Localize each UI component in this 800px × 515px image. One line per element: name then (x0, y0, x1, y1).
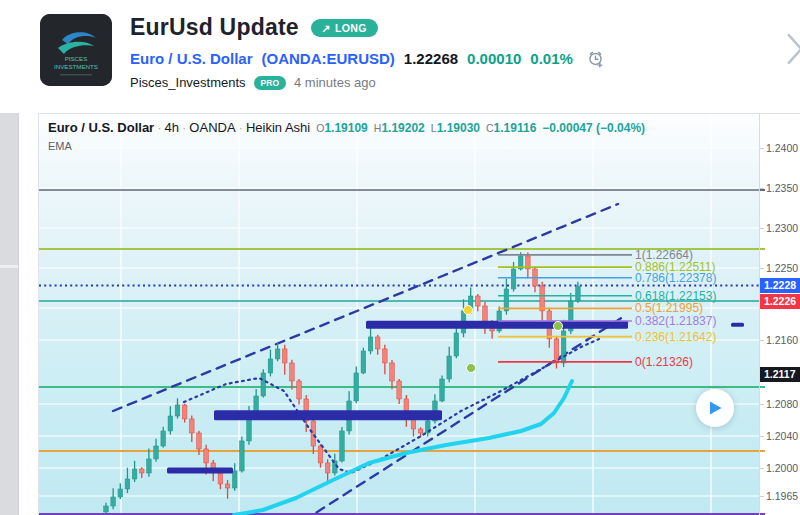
ohlc-value: 1.19030 (437, 121, 480, 135)
author-avatar[interactable]: PISCES INVESTMENTS (40, 14, 112, 86)
alert-clock-add-icon[interactable] (586, 49, 605, 68)
indicator-label-ema[interactable]: EMA (48, 140, 72, 152)
legend-part: OANDA (189, 120, 235, 135)
timestamp: 4 minutes ago (294, 75, 376, 90)
pro-badge: PRO (254, 76, 286, 90)
axis-price-label: 1.2350 (766, 182, 798, 194)
page-title: EurUsd Update (130, 14, 299, 41)
logo-text-2: INVESTMENTS (54, 63, 98, 70)
axis-price-label: 1.2080 (766, 398, 798, 410)
quote-change-pct: 0.01% (530, 50, 573, 67)
axis-tick (760, 340, 764, 341)
chart-plot-area[interactable]: 1(1.22664)0.886(1.22511)0.786(1.22378)0.… (39, 114, 759, 515)
fib-retracement: 1(1.22664)0.886(1.22511)0.786(1.22378)0.… (498, 248, 716, 369)
price-tag: 1.2117 (760, 367, 800, 382)
play-button[interactable] (696, 389, 734, 427)
level-line-axis-tick (760, 248, 765, 250)
logo-text-1: PISCES (65, 55, 88, 62)
chart-legend[interactable]: Euro / U.S. Dollar·4h·OANDA·Heikin AshiO… (48, 120, 645, 135)
ohlc-key: C (486, 122, 494, 134)
axis-price-label: 1.2250 (766, 262, 798, 274)
axis-tick (760, 436, 764, 437)
legend-separator: · (154, 120, 164, 135)
axis-tick (760, 468, 764, 469)
direction-badge: ↗ LONG (311, 19, 378, 37)
ohlc-change: −0.00047 (−0.04%) (542, 121, 645, 135)
axis-price-label: 1.2300 (766, 222, 798, 234)
ema-line (234, 381, 572, 515)
arrow-up-right-icon: ↗ (322, 22, 331, 34)
page-left-gutter (0, 113, 19, 515)
chart-canvas: 1(1.22664)0.886(1.22511)0.786(1.22378)0.… (39, 114, 759, 515)
fib-label: 0(1.21326) (635, 355, 693, 369)
ohlc-value: 1.19202 (381, 121, 424, 135)
ohlc-value: 1.19109 (324, 121, 367, 135)
axis-price-label: 1.2400 (766, 142, 798, 154)
axis-tick (760, 148, 764, 149)
price-tag: 1.2228 (760, 278, 800, 293)
symbol-exchange-link[interactable]: (OANDA:EURUSD) (262, 50, 395, 67)
axis-price-label: 1.2040 (766, 430, 798, 442)
ohlc-value: 1.19116 (494, 121, 537, 135)
price-tag: 1.2226 (760, 294, 800, 309)
level-line-axis-tick (760, 189, 765, 191)
dotted-ma-line (184, 339, 599, 473)
legend-separator: · (236, 120, 246, 135)
fib-label: 0.382(1.21837) (635, 314, 716, 328)
author-name[interactable]: Pisces_Investments (130, 75, 246, 90)
axis-tick (760, 404, 764, 405)
axis-price-label: 1.2160 (766, 334, 798, 346)
quote-price: 1.22268 (404, 50, 458, 67)
play-icon (708, 400, 723, 416)
direction-badge-label: LONG (335, 22, 367, 34)
pisces-investments-logo: PISCES INVESTMENTS (40, 14, 112, 86)
tradingview-idea-widget: PISCES INVESTMENTS EurUsd Update ↗ LONG … (0, 0, 800, 515)
legend-part: Euro / U.S. Dollar (48, 120, 154, 135)
price-axis[interactable]: 1.24001.23501.23001.22501.21601.20801.20… (759, 114, 800, 515)
level-line-axis-tick (760, 386, 765, 388)
symbol-link[interactable]: Euro / U.S. Dollar (130, 50, 253, 67)
axis-tick (760, 496, 764, 497)
legend-part: 4h (165, 120, 179, 135)
chart-card: 1(1.22664)0.886(1.22511)0.786(1.22378)0.… (38, 113, 800, 515)
fib-label: 0.786(1.22378) (635, 271, 716, 285)
idea-header: PISCES INVESTMENTS EurUsd Update ↗ LONG … (40, 12, 800, 112)
chevron-right-icon[interactable] (784, 32, 800, 66)
axis-price-label: 1.1965 (766, 490, 798, 502)
axis-price-label: 1.2000 (766, 462, 798, 474)
axis-tick (760, 228, 764, 229)
axis-tick (760, 268, 764, 269)
level-line-axis-tick (760, 450, 765, 452)
legend-part: Heikin Ashi (246, 120, 310, 135)
legend-separator: · (179, 120, 189, 135)
fib-label: 0.236(1.21642) (635, 330, 716, 344)
quote-change: 0.00010 (467, 50, 521, 67)
